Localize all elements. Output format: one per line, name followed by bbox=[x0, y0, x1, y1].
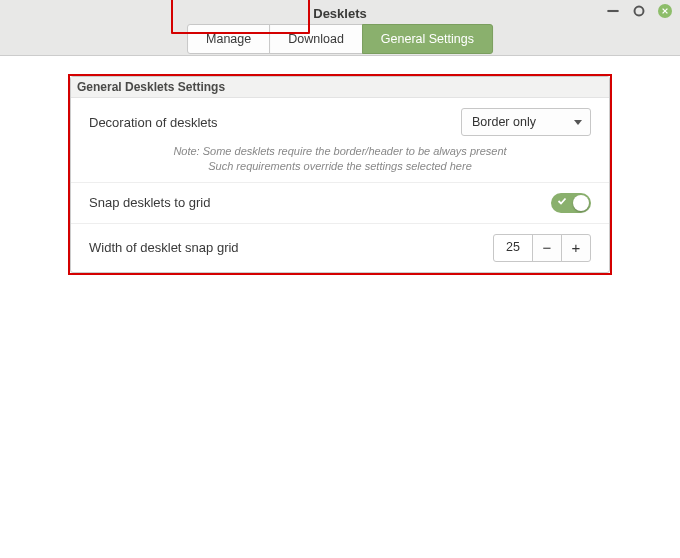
general-settings-panel: General Desklets Settings Decoration of … bbox=[70, 76, 610, 273]
close-button[interactable] bbox=[658, 4, 672, 18]
row-grid-width: Width of desklet snap grid 25 − + bbox=[71, 224, 609, 272]
decoration-note: Note: Some desklets require the border/h… bbox=[71, 142, 609, 183]
toggle-knob bbox=[573, 195, 589, 211]
grid-width-stepper: 25 − + bbox=[493, 234, 591, 262]
panel-title: General Desklets Settings bbox=[71, 77, 609, 98]
window-title: Desklets bbox=[0, 6, 680, 21]
maximize-button[interactable] bbox=[632, 4, 646, 18]
tab-manage[interactable]: Manage bbox=[187, 24, 270, 54]
minimize-button[interactable] bbox=[606, 4, 620, 18]
content-area: General Desklets Settings Decoration of … bbox=[0, 56, 680, 273]
chevron-down-icon bbox=[574, 120, 582, 125]
svg-point-1 bbox=[635, 7, 644, 16]
window-controls bbox=[606, 4, 672, 18]
grid-width-value[interactable]: 25 bbox=[493, 234, 533, 262]
row-decoration: Decoration of desklets Border only bbox=[71, 98, 609, 142]
check-icon bbox=[557, 196, 567, 206]
decoration-label: Decoration of desklets bbox=[89, 115, 218, 130]
snap-toggle[interactable] bbox=[551, 193, 591, 213]
grid-width-label: Width of desklet snap grid bbox=[89, 240, 239, 255]
snap-label: Snap desklets to grid bbox=[89, 195, 210, 210]
titlebar: Desklets Manage Download General Setting… bbox=[0, 0, 680, 56]
decoration-value: Border only bbox=[472, 115, 536, 129]
tab-bar: Manage Download General Settings bbox=[187, 24, 493, 54]
tab-general-settings[interactable]: General Settings bbox=[362, 24, 493, 54]
row-snap: Snap desklets to grid bbox=[71, 183, 609, 224]
stepper-plus-button[interactable]: + bbox=[561, 234, 591, 262]
stepper-minus-button[interactable]: − bbox=[532, 234, 562, 262]
tab-download[interactable]: Download bbox=[269, 24, 363, 54]
decoration-dropdown[interactable]: Border only bbox=[461, 108, 591, 136]
